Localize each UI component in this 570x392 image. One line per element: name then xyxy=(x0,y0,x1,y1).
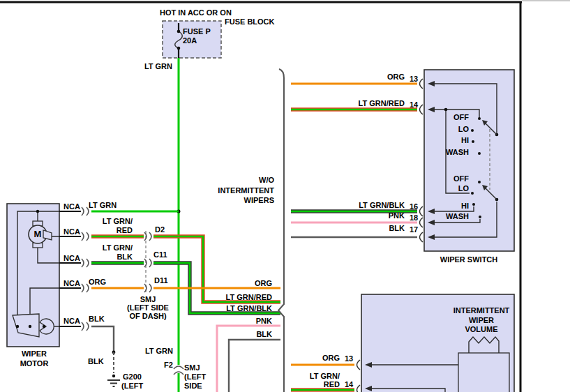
contact-off-dot xyxy=(478,117,481,120)
pin-number: 13 xyxy=(410,75,418,83)
group-note-line1: W/O xyxy=(202,176,274,184)
switch-position-wash: WASH xyxy=(427,149,469,156)
bus-label-blk: BLK xyxy=(209,331,272,338)
wiper-switch-title: WIPER SWITCH xyxy=(427,256,511,264)
wire-label-blk: BLK xyxy=(89,315,105,323)
pin-wire-label: BLK xyxy=(349,225,405,232)
connector-label-d11: D11 xyxy=(154,277,168,285)
switch-position-wash: WASH xyxy=(427,213,469,220)
smj-note-line3: OF DASH) xyxy=(123,312,173,320)
ground-symbol-icon xyxy=(107,375,120,386)
park-contact-dot xyxy=(16,325,19,328)
wire-label-lt-grn-bottom: LT GRN xyxy=(138,347,173,355)
pin-14-connector-icon xyxy=(420,105,423,114)
wire-label-lt-grn: LT GRN xyxy=(89,202,117,209)
wiring-option-brace xyxy=(278,69,284,392)
intermittent-title-2: WIPER xyxy=(447,317,516,324)
group-note-line2: INTERMITTENT xyxy=(202,187,274,195)
pin-number: 16 xyxy=(410,203,418,211)
wire-label-lt-grn-blk-1: LT GRN/ xyxy=(96,244,133,252)
bus-label-org: ORG xyxy=(209,280,272,287)
pin-wire-label-1: LT GRN/ xyxy=(298,372,340,380)
pin-number: 14 xyxy=(345,381,353,389)
connector-label-c11: C11 xyxy=(153,251,167,259)
park-contact-dot xyxy=(29,325,31,328)
park-cam-dot xyxy=(43,325,45,328)
wiper-switch-symbol xyxy=(420,70,515,251)
wire-blk xyxy=(229,340,280,392)
bus-label-pnk: PNK xyxy=(209,317,272,325)
ground-location-label: (LEFT xyxy=(121,382,143,390)
ground-wire-label: BLK xyxy=(88,358,104,365)
intermittent-title-3: VOLUME xyxy=(447,326,516,333)
nca-connector-icon xyxy=(82,232,89,241)
pin-number: 14 xyxy=(410,101,418,109)
intermittent-module-box xyxy=(458,353,509,392)
wiring-diagram-page: HOT IN ACC OR ON FUSE BLOCK FUSE P 20A L… xyxy=(0,0,570,392)
connector-label-f2: F2 xyxy=(164,361,173,369)
fuse-block-label: FUSE BLOCK xyxy=(225,18,275,26)
group-note-line3: WIPERS xyxy=(202,197,274,204)
contact-wash-dot xyxy=(479,216,481,218)
pin-18-connector-icon xyxy=(420,218,423,227)
nca-connector-icon xyxy=(82,322,89,331)
wire-label-lt-grn-red-1: LT GRN/ xyxy=(96,218,133,225)
splice-dot xyxy=(444,108,448,112)
switch-position-hi: HI xyxy=(427,202,469,210)
terminal-label-nca: NCA xyxy=(63,280,80,287)
contact-lo-dot xyxy=(471,192,474,195)
ground-dot xyxy=(112,375,115,377)
wire-label-org: ORG xyxy=(89,278,106,286)
pin-13-connector-icon xyxy=(420,79,423,89)
wiper-switch-box xyxy=(424,70,514,251)
bus-label-lt-grn-red: LT GRN/RED xyxy=(209,294,272,301)
nca-connector-icon xyxy=(82,259,89,267)
bus-label-lt-grn-blk: LT GRN/BLK xyxy=(209,305,272,312)
switch-position-lo: LO xyxy=(427,185,469,193)
hot-in-acc-label: HOT IN ACC OR ON xyxy=(160,9,232,17)
pin-14-connector-icon xyxy=(357,385,361,392)
pin-wire-label-2: RED xyxy=(298,381,340,389)
smj-bottom-line3: SIDE xyxy=(184,382,202,390)
wire-label-lt-grn-blk-2: BLK xyxy=(96,253,133,261)
motor-splice-dot xyxy=(36,210,39,213)
ground-name-label: G200 xyxy=(123,373,142,381)
wiper-motor-title-1: WIPER xyxy=(9,350,59,358)
terminal-label-nca: NCA xyxy=(63,255,80,262)
connector-label-d2: D2 xyxy=(155,226,165,234)
fuse-name-label: FUSE P xyxy=(183,28,211,36)
nca-connector-icon xyxy=(82,284,89,292)
intermittent-title-1: INTERMITTENT xyxy=(447,307,516,315)
d11-connector-icon xyxy=(144,284,151,292)
wire-lt-grn-red xyxy=(153,236,280,302)
terminal-label-nca: NCA xyxy=(63,228,80,236)
smj-bottom-line2: (LEFT xyxy=(184,373,206,381)
terminal-label-nca: NCA xyxy=(63,203,80,211)
wire-lt-grn-red-stripe xyxy=(153,236,280,302)
pin-number: 13 xyxy=(345,355,353,363)
pin-number: 18 xyxy=(410,214,418,222)
wire-label-lt-grn: LT GRN xyxy=(129,63,172,70)
pin-wire-label: PNK xyxy=(349,212,405,220)
motor-letter: M xyxy=(32,230,43,238)
fuse-rating-label: 20A xyxy=(183,37,197,45)
terminal-label-nca: NCA xyxy=(63,317,80,325)
wiper-motor-symbol xyxy=(7,204,59,347)
wire-label-lt-grn-red-2: RED xyxy=(96,227,133,234)
switch-position-hi: HI xyxy=(427,137,469,144)
smj-bottom-line1: SMJ xyxy=(184,364,200,372)
contact-wash-dot xyxy=(478,152,481,155)
contact-off-dot xyxy=(478,181,481,183)
contact-hi-dot xyxy=(472,203,475,206)
pin-wire-label: ORG xyxy=(298,354,340,362)
pin-wire-label: LT GRN/BLK xyxy=(349,202,405,209)
switch-position-lo: LO xyxy=(427,126,469,133)
pin-wire-label: ORG xyxy=(349,73,405,81)
smj-note-line1: SMJ xyxy=(123,296,173,303)
contact-hi-dot xyxy=(472,140,474,143)
pin-wire-label: LT GRN/RED xyxy=(349,100,405,107)
smj-note-line2: (LEFT SIDE xyxy=(123,304,173,312)
fuse-terminal-dot xyxy=(177,47,181,50)
ground-bars xyxy=(107,380,120,386)
nca-connector-icon xyxy=(82,207,89,216)
